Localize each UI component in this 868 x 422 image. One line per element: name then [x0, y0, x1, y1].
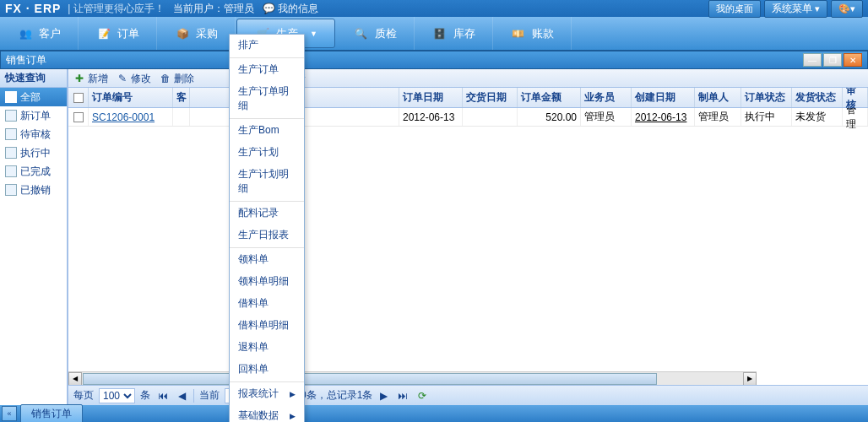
- dropdown-item[interactable]: 配料记录: [230, 203, 304, 225]
- dropdown-item[interactable]: 借料单: [230, 293, 304, 315]
- dropdown-item[interactable]: 回料单: [230, 359, 304, 381]
- production-dropdown: 排产 生产订单 生产订单明细 生产Bom 生产计划 生产计划明细 配料记录 生产…: [229, 34, 305, 422]
- footer-prev-button[interactable]: «: [2, 406, 17, 421]
- my-desktop-button[interactable]: 我的桌面: [708, 0, 761, 18]
- refresh-pager-button[interactable]: ⟳: [415, 390, 429, 402]
- purchase-icon: 📦: [174, 25, 191, 42]
- chevron-right-icon: ▶: [290, 390, 296, 398]
- tagline: | 让管理更得心应手！: [68, 2, 164, 16]
- sidebar-item-pending[interactable]: 待审核: [0, 125, 67, 143]
- theme-button[interactable]: 🎨▾: [831, 0, 863, 18]
- dropdown-item[interactable]: 排产: [230, 35, 304, 57]
- horizontal-scrollbar[interactable]: ◀ ▶: [68, 371, 757, 385]
- first-page-button[interactable]: ⏮: [155, 390, 171, 402]
- sidebar-item-done[interactable]: 已完成: [0, 162, 67, 181]
- menu-purchase[interactable]: 📦采购: [157, 17, 236, 50]
- logo: FX · ERP: [5, 2, 61, 15]
- edit-button[interactable]: ✎修改: [117, 72, 151, 86]
- select-all-checkbox[interactable]: [73, 93, 84, 103]
- footer: « 销售订单: [0, 405, 868, 422]
- list-icon: [5, 165, 17, 177]
- menu-qc[interactable]: 🔍质检: [336, 17, 415, 50]
- customer-icon: 👥: [17, 25, 34, 42]
- scroll-thumb[interactable]: [83, 373, 657, 385]
- grid-header: 订单编号 客 P名称 订单日期 交货日期 订单金额 业务员 创建日期 制单人 订…: [68, 88, 868, 108]
- sidebar: 快速查询 全部 新订单 待审核 执行中 已完成 已撤销: [0, 69, 68, 405]
- col-sales[interactable]: 业务员: [581, 88, 632, 107]
- list-icon: [5, 91, 17, 103]
- dropdown-item[interactable]: 生产订单: [230, 59, 304, 81]
- col-amount[interactable]: 订单金额: [518, 88, 581, 107]
- dropdown-item[interactable]: 领料单: [230, 249, 304, 271]
- window-title: 销售订单: [6, 53, 46, 68]
- sidebar-item-running[interactable]: 执行中: [0, 143, 67, 162]
- prev-page-button[interactable]: ◀: [176, 390, 188, 402]
- menu-customer[interactable]: 👥客户: [0, 17, 79, 50]
- topbar: FX · ERP | 让管理更得心应手！ 当前用户：管理员 💬 我的信息 我的桌…: [0, 0, 868, 17]
- dropdown-item[interactable]: 领料单明细: [230, 271, 304, 293]
- dropdown-item[interactable]: 借料单明细: [230, 315, 304, 337]
- inventory-icon: 🗄️: [431, 25, 448, 42]
- last-page-button[interactable]: ⏭: [395, 390, 410, 402]
- dropdown-item[interactable]: 生产计划: [230, 142, 304, 164]
- dropdown-item[interactable]: 退料单: [230, 337, 304, 359]
- col-dstatus[interactable]: 发货状态: [792, 88, 843, 107]
- col-ostatus[interactable]: 订单状态: [741, 88, 792, 107]
- toolbar-row: ✚新增 ✎修改 🗑删除 ⟳刷新: [68, 69, 868, 88]
- grid-body: SC1206-0001 2012-06-13 520.00 管理员 2012-0…: [68, 108, 868, 371]
- order-link[interactable]: SC1206-0001: [92, 111, 155, 123]
- dropdown-item[interactable]: 生产计划明细: [230, 164, 304, 200]
- menu-order[interactable]: 📝订单: [79, 17, 157, 50]
- dropdown-item-sub[interactable]: 报表统计▶: [230, 383, 304, 405]
- scroll-left-button[interactable]: ◀: [68, 372, 82, 386]
- menubar: 👥客户 📝订单 📦采购 🛒生产▼ 🔍质检 🗄️库存 💴账款: [0, 17, 868, 51]
- list-icon: [5, 128, 17, 140]
- table-row[interactable]: SC1206-0001 2012-06-13 520.00 管理员 2012-0…: [68, 108, 868, 127]
- menu-finance[interactable]: 💴账款: [493, 17, 572, 50]
- dropdown-item[interactable]: 生产Bom: [230, 120, 304, 142]
- order-icon: 📝: [95, 25, 112, 42]
- per-page-select[interactable]: 100: [99, 388, 135, 403]
- minimize-button[interactable]: —: [803, 53, 822, 67]
- close-button[interactable]: ✕: [844, 53, 862, 67]
- col-order-date[interactable]: 订单日期: [399, 88, 463, 107]
- system-menu-button[interactable]: 系统菜单 ▾: [764, 0, 827, 18]
- list-icon: [5, 147, 17, 159]
- col-order-no[interactable]: 订单编号: [89, 88, 173, 107]
- maximize-button[interactable]: ❐: [823, 53, 842, 67]
- main-panel: ✚新增 ✎修改 🗑删除 ⟳刷新 订单编号 客 P名称 订单日期 交货日期 订单金…: [68, 69, 868, 405]
- col-cust[interactable]: 客: [173, 88, 190, 107]
- window-titlebar: 销售订单 — ❐ ✕: [0, 51, 868, 69]
- list-icon: [5, 110, 17, 122]
- footer-tab[interactable]: 销售订单: [20, 404, 83, 423]
- row-checkbox[interactable]: [73, 112, 84, 122]
- current-user: 当前用户：管理员: [173, 2, 254, 16]
- sidebar-item-cancelled[interactable]: 已撤销: [0, 181, 67, 199]
- dropdown-item[interactable]: 生产日报表: [230, 225, 304, 246]
- qc-icon: 🔍: [353, 25, 370, 42]
- col-audit[interactable]: 审核: [843, 88, 868, 107]
- next-page-button[interactable]: ▶: [377, 390, 390, 402]
- chevron-right-icon: ▶: [290, 412, 296, 420]
- dropdown-item-sub[interactable]: 基础数据▶: [230, 405, 304, 422]
- list-icon: [5, 184, 17, 196]
- menu-inventory[interactable]: 🗄️库存: [415, 17, 493, 50]
- finance-icon: 💴: [510, 25, 527, 42]
- add-button[interactable]: ✚新增: [73, 72, 108, 86]
- delete-button[interactable]: 🗑删除: [160, 72, 194, 86]
- sidebar-item-all[interactable]: 全部: [0, 88, 67, 106]
- pager: 每页 100 条 ⏮ ◀ 当前 / 1 每页100条，总记录1条 ▶ ⏭ ⟳: [68, 385, 868, 405]
- delete-icon: 🗑: [160, 73, 171, 84]
- col-create-date[interactable]: 创建日期: [632, 88, 695, 107]
- add-icon: ✚: [73, 73, 85, 84]
- sidebar-header: 快速查询: [0, 69, 67, 88]
- my-info-link[interactable]: 💬 我的信息: [263, 2, 318, 16]
- scroll-right-button[interactable]: ▶: [743, 372, 757, 386]
- edit-icon: ✎: [117, 73, 128, 84]
- dropdown-item[interactable]: 生产订单明细: [230, 81, 304, 117]
- sidebar-item-new[interactable]: 新订单: [0, 106, 67, 125]
- col-creator[interactable]: 制单人: [695, 88, 741, 107]
- col-deliv-date[interactable]: 交货日期: [463, 88, 518, 107]
